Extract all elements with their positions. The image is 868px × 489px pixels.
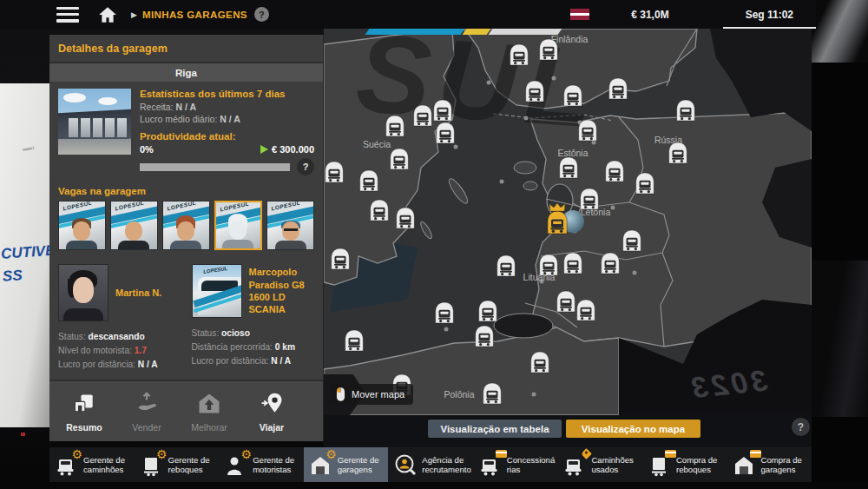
garage-map-icon[interactable] (577, 119, 598, 142)
garage-map-icon[interactable] (562, 252, 583, 274)
home-icon[interactable] (98, 6, 117, 23)
garage-map[interactable]: SUL 3023 SuéciaFinlândiaEstôniaRússiaLet… (324, 29, 812, 415)
garage-map-icon[interactable] (529, 351, 550, 373)
tab-garage-manager[interactable]: ⚙ Gerente de garagens (304, 447, 389, 482)
city-dot (552, 76, 556, 81)
driver-manager-icon: ⚙ (225, 453, 248, 477)
detail-row: Status: ocioso (192, 327, 315, 340)
garage-slot-1[interactable]: LOPESUL (58, 201, 106, 250)
city-dot (532, 393, 536, 397)
tab-label: Concessionárias (507, 455, 556, 475)
garage-map-icon[interactable] (385, 115, 405, 137)
garage-slot-4-selected[interactable]: LOPESUL (214, 201, 262, 250)
city-dot (444, 327, 449, 332)
table-view-button[interactable]: Visualização em tabela (428, 420, 562, 438)
garage-map-icon[interactable] (604, 160, 625, 182)
map-view-button[interactable]: Visualização no mapa (566, 420, 700, 438)
garage-map-icon[interactable] (395, 207, 416, 229)
management-tab-bar: ⚙ Gerente de caminhões⚙ Gerente de reboq… (49, 447, 812, 482)
garage-map-icon[interactable] (474, 325, 495, 347)
garage-map-icon[interactable] (538, 254, 559, 276)
garage-map-icon[interactable] (477, 300, 498, 322)
map-help-icon[interactable]: ? (792, 418, 810, 436)
garage-map-icon[interactable] (496, 254, 516, 277)
menu-icon[interactable] (56, 7, 79, 23)
garage-details-panel: Detalhes da garagem Riga Estatísticas do… (49, 35, 324, 441)
panel-title: Detalhes da garagem (49, 35, 323, 63)
stat-row: Lucro médio diário: N / A (140, 114, 314, 124)
tab-garage-purchase[interactable]: Compra de garagens (727, 447, 812, 482)
garage-map-icon[interactable] (558, 156, 579, 179)
tab-driver-manager[interactable]: ⚙ Gerente de motoristas (219, 447, 304, 482)
country-label-suécia: Suécia (363, 139, 391, 149)
garage-purchase-icon (733, 453, 757, 477)
resumo-button[interactable]: Resumo (62, 391, 107, 433)
driver-name: Martina N. (115, 287, 161, 299)
garage-map-icon[interactable] (621, 229, 642, 252)
garage-map-icon[interactable] (482, 382, 503, 405)
garage-map-icon[interactable] (434, 301, 455, 324)
garage-map-icon[interactable] (675, 99, 696, 122)
garage-map-icon[interactable] (330, 248, 351, 270)
garage-map-icon[interactable] (412, 104, 433, 127)
garage-slot-3[interactable]: LOPESUL (162, 201, 210, 250)
garage-slot-5[interactable]: LOPESUL (266, 201, 314, 250)
garage-map-icon[interactable] (369, 199, 390, 221)
garage-map-icon[interactable] (667, 142, 688, 164)
productivity-row: 0% € 300.000 (140, 144, 314, 155)
tab-label: Compra de garagens (761, 455, 811, 475)
vehicle-name: Marcopolo Paradiso G8 1600 LD SCANIA (249, 266, 315, 315)
garage-map-icon[interactable] (432, 99, 453, 122)
tab-trailer-purchase[interactable]: Compra de reboques (642, 447, 727, 482)
garage-map-icon[interactable] (389, 148, 410, 170)
truck-manager-icon: ⚙ (56, 453, 79, 477)
garage-map-icon[interactable] (556, 290, 576, 313)
productivity-percent: 0% (140, 144, 154, 155)
city-dot (611, 206, 615, 210)
breadcrumb-arrow-icon: ▶ (131, 10, 137, 19)
tab-truck-manager[interactable]: ⚙ Gerente de caminhões (49, 447, 135, 482)
garage-slot-2[interactable]: LOPESUL (110, 201, 158, 250)
tab-trailer-manager[interactable]: ⚙ Gerente de reboques (135, 447, 220, 482)
latvia-flag-icon (570, 9, 589, 20)
garage-map-icon[interactable] (435, 122, 456, 144)
help-icon[interactable]: ? (254, 7, 269, 22)
tab-dealership[interactable]: Concessionárias (473, 447, 558, 482)
driver-portrait (58, 264, 108, 321)
mouse-icon (335, 387, 346, 402)
melhorar-button: Melhorar (187, 391, 232, 433)
dealership-icon (479, 453, 503, 477)
trailer-purchase-icon (648, 453, 672, 477)
garage-map-icon[interactable] (538, 38, 559, 61)
garage-map-icon[interactable] (524, 80, 545, 102)
right-bus-windshield (812, 0, 868, 63)
garage-map-icon[interactable] (608, 77, 628, 100)
garage-map-icon[interactable] (575, 299, 596, 321)
action-label: Viajar (260, 422, 284, 433)
garage-map-icon[interactable] (324, 161, 345, 183)
breadcrumb[interactable]: MINHAS GARAGENS (142, 10, 247, 20)
upgrade-icon (196, 391, 222, 420)
productivity-help-icon[interactable]: ? (297, 158, 314, 175)
selection-details: Martina N. Status: descansandoNível do m… (49, 250, 323, 371)
tab-label: Gerente de reboques (168, 455, 218, 475)
selected-garage-map-icon[interactable] (544, 203, 584, 236)
garage-map-icon[interactable] (344, 329, 365, 352)
garage-map-icon[interactable] (635, 172, 655, 195)
gear-icon: ⚙ (156, 447, 168, 461)
productivity-label: Produtividade atual: (140, 131, 314, 142)
action-label: Vender (132, 422, 161, 433)
gear-icon: ⚙ (326, 447, 337, 461)
tab-used-trucks[interactable]: Caminhões usados (557, 447, 642, 482)
tab-recruitment[interactable]: Agência de recrutamento (388, 447, 473, 482)
city-dot (500, 180, 504, 184)
detail-row: Lucro por distância: N / A (58, 358, 181, 372)
garage-map-icon[interactable] (358, 169, 379, 192)
garage-map-icon[interactable] (509, 43, 529, 66)
garage-map-icon[interactable] (600, 252, 621, 274)
tab-label: Compra de reboques (676, 455, 726, 475)
viajar-button[interactable]: Viajar (249, 391, 294, 433)
garage-map-icon[interactable] (562, 84, 583, 107)
tab-label: Agência de recrutamento (422, 455, 471, 475)
stats-rows: Receita: N / ALucro médio diário: N / A (140, 102, 314, 124)
